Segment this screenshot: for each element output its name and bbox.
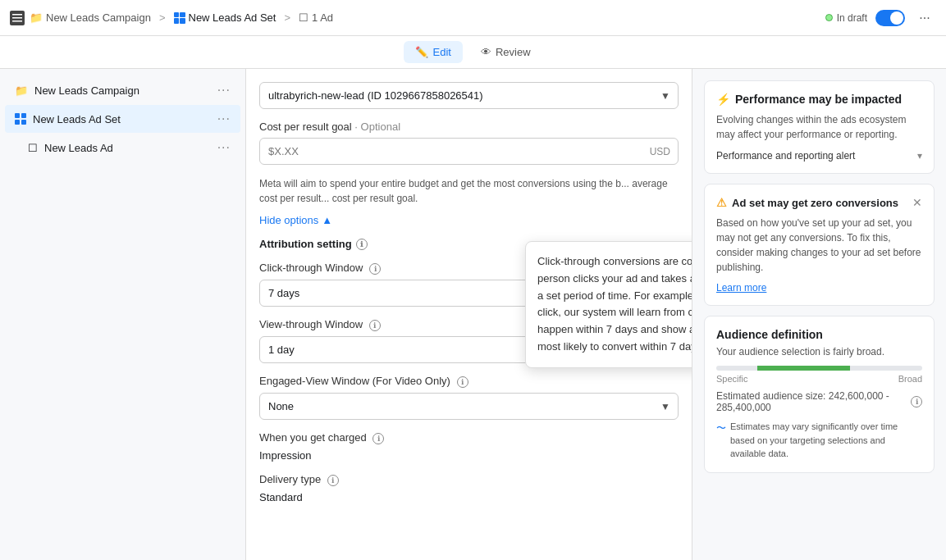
alert-title: ⚠ Ad set may get zero conversions xyxy=(716,196,898,209)
draft-dot-icon xyxy=(825,14,833,21)
edit-icon: ✏️ xyxy=(415,46,428,58)
click-through-tooltip: Click-through conversions are counted wh… xyxy=(525,241,692,368)
svg-rect-0 xyxy=(12,14,22,16)
breadcrumb-ad[interactable]: ☐ 1 Ad xyxy=(299,11,333,24)
engaged-view-window-field: Engaged-View Window (For Video Only) ℹ N… xyxy=(259,375,679,420)
when-charged-value: Impression xyxy=(259,449,679,462)
engaged-view-select[interactable]: None xyxy=(259,393,679,420)
chart-icon: 〜 xyxy=(716,421,726,435)
ad-more-icon[interactable]: ··· xyxy=(217,140,231,155)
breadcrumb-campaign[interactable]: 📁 New Leads Campaign xyxy=(30,11,151,24)
main-layout: 📁 New Leads Campaign ··· New Leads Ad Se… xyxy=(0,69,946,560)
click-through-info-icon[interactable]: ℹ xyxy=(369,263,381,275)
breadcrumb-sep-2: > xyxy=(284,11,290,24)
lead-select-wrapper: ultrabyrich-new-lead (ID 102966785802654… xyxy=(259,82,679,109)
audience-size-info-icon[interactable]: ℹ xyxy=(911,396,922,407)
attribution-info-icon[interactable]: ℹ xyxy=(356,239,368,250)
lead-select-field: ultrabyrich-new-lead (ID 102966785802654… xyxy=(259,82,679,109)
delivery-type-value: Standard xyxy=(259,491,679,503)
top-bar: 📁 New Leads Campaign > New Leads Ad Set … xyxy=(0,0,946,36)
audience-title: Audience definition xyxy=(716,328,922,341)
currency-label: USD xyxy=(650,146,670,157)
engaged-view-window-label: Engaged-View Window (For Video Only) ℹ xyxy=(259,375,679,388)
performance-card: ⚡ Performance may be impacted Evolving c… xyxy=(704,80,935,174)
audience-size: Estimated audience size: 242,600,000 - 2… xyxy=(716,390,922,413)
ad-box-icon: ☐ xyxy=(299,11,308,24)
cost-per-result-field: Cost per result goal · Optional USD xyxy=(259,121,679,165)
top-bar-right: In draft ··· xyxy=(825,7,936,30)
lead-select[interactable]: ultrabyrich-new-lead (ID 102966785802654… xyxy=(259,82,679,109)
publish-toggle[interactable] xyxy=(875,10,905,26)
sidebar: 📁 New Leads Campaign ··· New Leads Ad Se… xyxy=(0,69,246,560)
alert-close-icon[interactable]: ✕ xyxy=(912,196,922,209)
eye-icon: 👁 xyxy=(481,46,491,58)
campaign-more-icon[interactable]: ··· xyxy=(217,83,231,98)
right-panel: ⚡ Performance may be impacted Evolving c… xyxy=(692,69,946,560)
alert-header: ⚠ Ad set may get zero conversions ✕ xyxy=(716,196,922,209)
learn-more-link[interactable]: Learn more xyxy=(716,282,766,294)
more-options-button[interactable]: ··· xyxy=(913,7,936,30)
warning-icon: ⚠ xyxy=(716,196,727,209)
audience-note: 〜 Estimates may vary significantly over … xyxy=(716,420,922,461)
performance-title: ⚡ Performance may be impacted xyxy=(716,93,922,106)
action-bar: ✏️ Edit 👁 Review xyxy=(0,36,946,69)
cost-input-wrapper: USD xyxy=(259,138,679,165)
engaged-view-select-wrapper: None ▼ xyxy=(259,393,679,420)
delivery-type-field: Delivery type ℹ Standard xyxy=(259,473,679,503)
chevron-down-icon: ▾ xyxy=(917,150,922,162)
when-charged-info-icon[interactable]: ℹ xyxy=(372,433,384,444)
hide-options-button[interactable]: Hide options ▲ xyxy=(259,214,332,226)
adset-icon xyxy=(15,113,26,125)
campaign-icon: 📁 xyxy=(15,84,28,97)
when-charged-label: When you get charged ℹ xyxy=(259,431,679,444)
lightning-icon: ⚡ xyxy=(716,93,730,106)
delivery-type-label: Delivery type ℹ xyxy=(259,473,679,486)
sidebar-toggle[interactable] xyxy=(10,11,25,25)
sidebar-item-ad[interactable]: ☐ New Leads Ad ··· xyxy=(5,134,240,162)
audience-bar-wrapper: Specific Broad xyxy=(716,366,922,384)
breadcrumb-sep-1: > xyxy=(159,11,166,24)
hide-options-arrow-icon: ▲ xyxy=(322,214,332,226)
audience-bar-fill xyxy=(757,366,850,371)
alert-card: ⚠ Ad set may get zero conversions ✕ Base… xyxy=(704,184,935,306)
svg-rect-2 xyxy=(12,20,22,22)
budget-info-text: Meta will aim to spend your entire budge… xyxy=(259,176,679,206)
adset-more-icon[interactable]: ··· xyxy=(217,112,231,126)
sidebar-item-adset[interactable]: New Leads Ad Set ··· xyxy=(5,105,240,133)
performance-text: Evolving changes within the ads ecosyste… xyxy=(716,112,922,142)
audience-bar-labels: Specific Broad xyxy=(716,374,922,384)
performance-reporting-link[interactable]: Performance and reporting alert ▾ xyxy=(716,150,922,162)
audience-subtitle: Your audience selection is fairly broad. xyxy=(716,346,922,357)
breadcrumb-adset[interactable]: New Leads Ad Set xyxy=(174,11,276,24)
adset-grid-icon xyxy=(174,12,185,24)
ad-icon: ☐ xyxy=(28,142,38,154)
audience-card: Audience definition Your audience select… xyxy=(704,316,935,473)
alert-text: Based on how you've set up your ad set, … xyxy=(716,216,922,275)
cost-input[interactable] xyxy=(259,138,679,165)
review-button[interactable]: 👁 Review xyxy=(469,41,542,63)
view-through-info-icon[interactable]: ℹ xyxy=(369,320,381,331)
delivery-type-info-icon[interactable]: ℹ xyxy=(327,475,339,486)
audience-bar xyxy=(716,366,922,371)
when-charged-field: When you get charged ℹ Impression xyxy=(259,431,679,462)
main-content: ultrabyrich-new-lead (ID 102966785802654… xyxy=(246,69,692,560)
campaign-folder-icon: 📁 xyxy=(30,11,43,24)
engaged-view-info-icon[interactable]: ℹ xyxy=(457,376,468,388)
edit-button[interactable]: ✏️ Edit xyxy=(404,41,462,63)
svg-rect-1 xyxy=(12,17,22,19)
sidebar-item-campaign[interactable]: 📁 New Leads Campaign ··· xyxy=(5,76,240,104)
cost-per-result-label: Cost per result goal · Optional xyxy=(259,121,679,133)
draft-status: In draft xyxy=(825,12,867,24)
